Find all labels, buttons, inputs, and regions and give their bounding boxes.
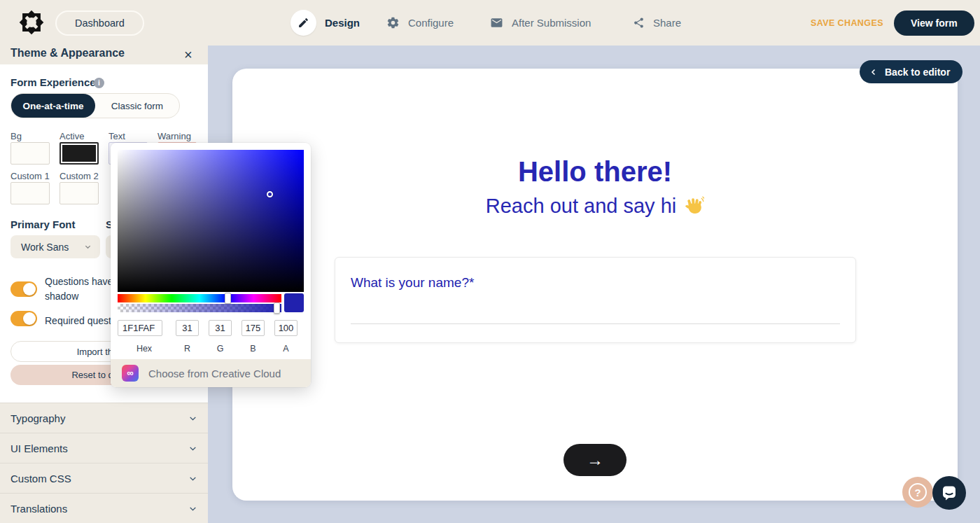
section-custom-css[interactable]: Custom CSS xyxy=(0,463,208,493)
color-picker-popup: Hex R G B A ∞ Choose from Creative Cloud xyxy=(111,143,311,387)
sidebar-header: Theme & Appearance × xyxy=(0,46,208,64)
envelope-icon xyxy=(490,16,503,29)
question-mark-icon: ? xyxy=(909,483,927,501)
form-heading: Hello there! xyxy=(232,156,958,188)
form-subheading: Reach out and say hi xyxy=(232,195,958,218)
green-label: G xyxy=(209,344,232,354)
sidebar-title: Theme & Appearance xyxy=(10,47,125,60)
red-input[interactable] xyxy=(176,320,199,336)
topbar: Dashboard Design Configure After Submiss… xyxy=(0,0,980,46)
section-translations[interactable]: Translations xyxy=(0,493,208,523)
section-typography[interactable]: Typography xyxy=(0,403,208,433)
help-button[interactable]: ? xyxy=(902,477,933,508)
swatch-bg[interactable] xyxy=(10,142,50,165)
gradient-cursor[interactable] xyxy=(267,191,273,197)
hex-label: Hex xyxy=(118,344,171,354)
back-to-editor-button[interactable]: Back to editor xyxy=(860,60,962,83)
question-card[interactable]: What is your name?* xyxy=(335,257,856,343)
alpha-gradient xyxy=(118,304,281,312)
section-custom-css-label: Custom CSS xyxy=(10,473,188,484)
swatch-label-warning: Warning xyxy=(158,131,191,141)
info-icon[interactable]: i xyxy=(94,78,104,88)
option-classic-form[interactable]: Classic form xyxy=(95,94,179,118)
primary-font-label: Primary Font xyxy=(10,218,76,230)
saturation-gradient-area[interactable] xyxy=(118,150,304,292)
chevron-down-icon xyxy=(188,474,197,483)
back-to-editor-label: Back to editor xyxy=(885,67,950,78)
share-icon xyxy=(633,17,645,29)
form-hero: Hello there! Reach out and say hi xyxy=(232,156,958,218)
close-icon[interactable]: × xyxy=(184,46,192,64)
toggle-knob xyxy=(23,312,36,325)
save-changes-link[interactable]: SAVE CHANGES xyxy=(811,18,883,28)
tab-design-label: Design xyxy=(325,17,360,29)
creative-cloud-icon: ∞ xyxy=(122,365,139,382)
swatch-label-bg: Bg xyxy=(10,131,22,141)
tab-share[interactable]: Share xyxy=(633,0,681,46)
chevron-left-icon xyxy=(869,68,878,76)
sidebar-accordion: Typography UI Elements Custom CSS Transl… xyxy=(0,403,208,523)
chevron-down-icon xyxy=(188,444,197,453)
primary-font-value: Work Sans xyxy=(21,242,84,253)
tab-after-submission[interactable]: After Submission xyxy=(490,0,591,46)
chevron-down-icon xyxy=(188,414,197,423)
form-preview-card: Hello there! Reach out and say hi xyxy=(232,69,958,501)
section-ui-elements-label: UI Elements xyxy=(10,442,188,454)
tab-share-label: Share xyxy=(653,17,681,29)
section-typography-label: Typography xyxy=(10,412,188,424)
alpha-input[interactable] xyxy=(274,320,298,336)
form-preview-area: Back to editor Hello there! Reach out an… xyxy=(208,46,980,523)
swatch-label-text: Text xyxy=(108,131,125,141)
selected-color-preview xyxy=(284,293,304,312)
swatch-active[interactable] xyxy=(59,142,99,165)
right-arrow-icon: → xyxy=(587,450,603,470)
form-experience-label: Form Experience xyxy=(10,76,96,88)
swatch-label-custom2: Custom 2 xyxy=(59,171,99,181)
form-subheading-text: Reach out and say hi xyxy=(486,195,676,218)
dashboard-button[interactable]: Dashboard xyxy=(55,11,144,36)
next-arrow-button[interactable]: → xyxy=(564,444,626,476)
fillout-logo-icon[interactable] xyxy=(18,8,45,36)
blue-input[interactable] xyxy=(241,320,265,336)
option-one-at-a-time[interactable]: One-at-a-time xyxy=(11,94,95,118)
view-form-button[interactable]: View form xyxy=(894,11,974,36)
tab-design[interactable]: Design xyxy=(290,0,360,46)
section-ui-elements[interactable]: UI Elements xyxy=(0,433,208,463)
waving-hand-emoji-icon xyxy=(683,196,704,217)
answer-input-underline[interactable] xyxy=(351,323,840,324)
dashboard-label: Dashboard xyxy=(75,18,125,29)
hex-input[interactable] xyxy=(118,320,162,336)
gear-icon xyxy=(386,16,400,29)
required-questions-toggle[interactable] xyxy=(10,311,37,326)
hue-slider[interactable] xyxy=(118,294,281,302)
creative-cloud-label: Choose from Creative Cloud xyxy=(148,368,281,379)
chevron-down-icon xyxy=(84,243,92,251)
chat-bubble-icon xyxy=(941,484,958,501)
pencil-icon xyxy=(290,10,316,36)
view-form-label: View form xyxy=(911,18,958,29)
swatch-label-active: Active xyxy=(59,131,84,141)
question-label: What is your name?* xyxy=(351,275,474,291)
swatch-label-custom1: Custom 1 xyxy=(10,171,50,181)
toggle-knob xyxy=(23,283,36,295)
chevron-down-icon xyxy=(188,504,197,513)
tab-configure[interactable]: Configure xyxy=(386,0,454,46)
swatch-custom2[interactable] xyxy=(59,182,99,204)
box-shadow-toggle[interactable] xyxy=(10,281,37,297)
chat-widget-button[interactable] xyxy=(932,476,966,510)
blue-label: B xyxy=(241,344,265,354)
alpha-slider-handle[interactable] xyxy=(274,302,280,314)
creative-cloud-option[interactable]: ∞ Choose from Creative Cloud xyxy=(111,359,311,387)
swatch-custom1[interactable] xyxy=(10,182,50,204)
primary-font-select[interactable]: Work Sans xyxy=(10,235,100,258)
alpha-label: A xyxy=(274,344,298,354)
form-experience-segmented: One-at-a-time Classic form xyxy=(10,93,180,118)
tab-after-submission-label: After Submission xyxy=(512,17,591,29)
red-label: R xyxy=(176,344,199,354)
green-input[interactable] xyxy=(209,320,232,336)
hue-slider-handle[interactable] xyxy=(225,293,231,304)
alpha-slider[interactable] xyxy=(118,304,281,312)
tab-configure-label: Configure xyxy=(408,17,454,29)
section-translations-label: Translations xyxy=(10,503,188,515)
